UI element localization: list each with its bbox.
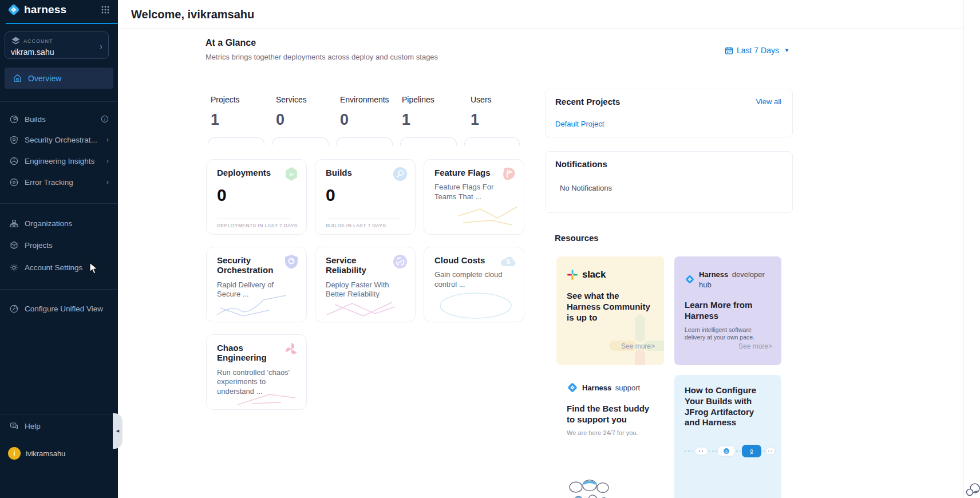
devhub-card-subtext: Learn intelligent software delivery at y… xyxy=(685,326,771,342)
view-all-link[interactable]: View all xyxy=(756,97,781,106)
module-card-chaos-engineering[interactable]: Chaos Engineering Run controlled 'chaos'… xyxy=(206,334,307,410)
recent-projects-title: Recent Projects xyxy=(555,97,620,106)
account-label: ACCOUNT xyxy=(23,38,53,44)
sidebar-item-label: Error Tracking xyxy=(25,178,73,187)
resource-card-developer-hub[interactable]: Harness developer hub Learn More from Ha… xyxy=(674,256,781,365)
error-tracking-icon xyxy=(9,177,19,187)
chaos-module-icon xyxy=(283,341,299,357)
module-title: Deployments xyxy=(217,168,283,177)
trend-card xyxy=(208,137,264,145)
stat-value: 1 xyxy=(471,111,515,129)
logo-row: harness xyxy=(0,0,118,17)
resource-center-icon[interactable] xyxy=(965,482,980,497)
sidebar-collapse-handle[interactable]: ◀ xyxy=(113,413,122,449)
stat-users: Users 1 xyxy=(465,95,515,129)
sidebar-item-organizations[interactable]: Organizations xyxy=(0,216,118,231)
devhub-brand-row: Harness developer hub xyxy=(685,269,771,290)
stat-value: 0 xyxy=(276,111,335,129)
slack-brand-row: slack xyxy=(567,269,654,280)
sidebar-item-label: Help xyxy=(25,422,41,430)
avatar: i xyxy=(8,447,21,460)
chevron-down-icon: ▼ xyxy=(784,48,789,53)
resource-card-jfrog-article[interactable]: How to Configure Your Builds with JFrog … xyxy=(674,375,781,498)
sidebar-item-help[interactable]: ? Help xyxy=(0,418,118,433)
cloud-costs-module-icon: $ xyxy=(500,254,517,268)
module-title: Cloud Costs xyxy=(434,255,501,265)
stat-label: Pipelines xyxy=(402,95,465,104)
module-title: Security Orchestration xyxy=(217,255,283,275)
slack-brand-text: slack xyxy=(582,269,606,280)
sidebar-item-error-tracking[interactable]: Error Tracking › xyxy=(0,175,118,189)
module-description: Rapid Delivery of Secure ... xyxy=(217,280,291,300)
account-icon xyxy=(11,36,21,46)
module-card-security-orchestration[interactable]: Security Orchestration Rapid Delivery of… xyxy=(206,247,307,322)
date-range-label: Last 7 Days xyxy=(737,46,779,55)
sidebar-item-configure-unified-view[interactable]: Configure Unified View xyxy=(0,301,118,316)
deployments-module-icon: ∞ xyxy=(283,166,299,182)
support-brand-rest: support xyxy=(615,384,640,392)
support-card-heading: Find the Best buddy to support you xyxy=(567,404,654,425)
insights-icon xyxy=(9,156,19,166)
module-title: Chaos Engineering xyxy=(217,343,283,363)
gear-icon xyxy=(9,263,19,272)
see-more-link[interactable]: See more> xyxy=(738,342,772,350)
trend-card xyxy=(272,137,329,145)
stat-environments: Environments 0 xyxy=(335,95,397,129)
module-card-builds[interactable]: Builds 0 BUILDS IN LAST 7 DAYS xyxy=(315,159,416,235)
divider xyxy=(0,101,118,102)
module-card-deployments[interactable]: Deployments ∞ 0 DEPLOYMENTS IN LAST 7 DA… xyxy=(206,159,307,235)
article-heading: How to Configure Your Builds with JFrog … xyxy=(685,385,770,428)
sidebar-item-builds[interactable]: Builds i xyxy=(0,112,118,127)
resource-card-slack[interactable]: slack See what the Harness Community is … xyxy=(556,256,664,365)
harness-logo-icon xyxy=(685,274,695,285)
account-label-row: ACCOUNT xyxy=(11,36,102,46)
stat-label: Environments xyxy=(340,95,397,104)
pipeline-node-value: 0 xyxy=(750,448,753,454)
module-card-cloud-costs[interactable]: Cloud Costs $ Gain complete cloud contro… xyxy=(424,247,524,322)
module-value: 0 xyxy=(326,185,406,205)
reliability-module-icon xyxy=(392,254,408,270)
module-footer: DEPLOYMENTS IN LAST 7 DAYS xyxy=(217,219,297,228)
app-grid-icon[interactable] xyxy=(101,5,110,14)
info-icon[interactable]: i xyxy=(101,115,109,123)
sidebar-item-overview[interactable]: Overview xyxy=(5,68,113,89)
stat-pipelines: Pipelines 1 xyxy=(397,95,465,129)
projects-cube-icon xyxy=(9,240,19,250)
module-title: Service Reliability xyxy=(326,255,392,275)
security-module-icon xyxy=(283,254,299,270)
account-selector[interactable]: ACCOUNT vikram.sahu › xyxy=(5,31,109,59)
sidebar-item-security-orchestration[interactable]: Security Orchestrat... › xyxy=(0,132,118,147)
divider xyxy=(0,203,118,204)
see-more-link[interactable]: See more> xyxy=(621,342,655,350)
sidebar-item-label: Builds xyxy=(25,115,46,124)
home-icon xyxy=(13,73,22,83)
sidebar-item-label: Engineering Insights xyxy=(25,157,94,165)
account-name: vikram.sahu xyxy=(11,48,102,57)
trend-card xyxy=(400,137,457,145)
sidebar-item-label: Organizations xyxy=(25,219,72,228)
sidebar-user[interactable]: i ivikramsahu xyxy=(0,445,118,461)
user-name: ivikramsahu xyxy=(26,449,65,458)
help-chat-icon: ? xyxy=(9,421,19,431)
harness-logo-icon xyxy=(7,3,21,17)
feature-flags-module-icon xyxy=(501,166,517,182)
module-value: 0 xyxy=(217,185,297,205)
svg-text:?: ? xyxy=(13,423,15,426)
sidebar-item-account-settings[interactable]: Account Settings xyxy=(0,260,118,275)
resource-card-support[interactable]: Harness support Find the Best buddy to s… xyxy=(556,375,664,498)
sidebar-item-engineering-insights[interactable]: Engineering Insights › xyxy=(0,153,118,168)
harness-dashboard: harness ACCOUNT vikram.sahu › xyxy=(0,0,980,498)
sidebar-accent-line xyxy=(6,23,118,24)
builds-icon xyxy=(9,114,19,124)
recent-projects-header: Recent Projects View all xyxy=(546,89,792,106)
sparkline-decoration xyxy=(457,203,520,226)
module-card-service-reliability[interactable]: Service Reliability Deploy Faster With B… xyxy=(315,247,416,322)
harness-logo-icon xyxy=(567,382,578,393)
stat-projects: Projects 1 xyxy=(206,95,271,129)
project-link-default-project[interactable]: Default Project xyxy=(555,120,792,128)
svg-text:$: $ xyxy=(507,258,510,265)
module-card-feature-flags[interactable]: Feature Flags Feature Flags For Teams Th… xyxy=(424,159,524,235)
date-range-selector[interactable]: Last 7 Days ▼ xyxy=(725,46,789,55)
module-description: Run controlled 'chaos' experiments to un… xyxy=(217,368,291,397)
sidebar-item-projects[interactable]: Projects xyxy=(0,238,118,252)
